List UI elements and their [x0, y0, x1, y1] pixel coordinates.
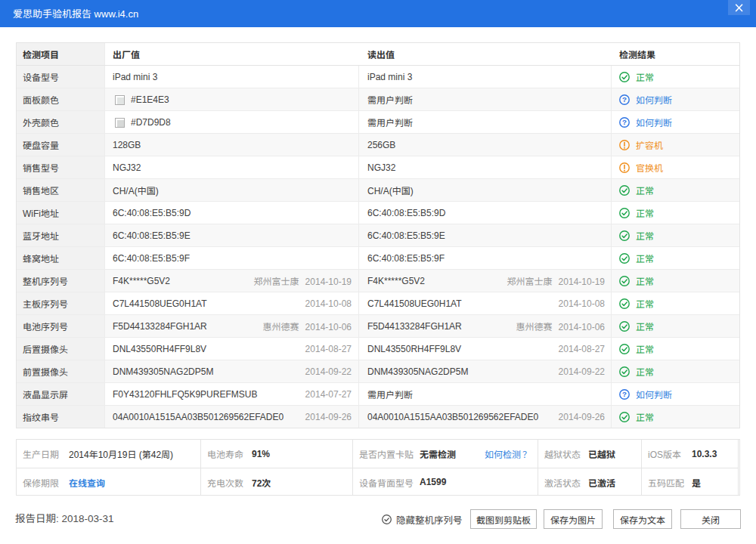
svg-text:?: ? — [622, 118, 627, 126]
svg-text:?: ? — [622, 390, 627, 398]
svg-text:?: ? — [622, 95, 627, 104]
